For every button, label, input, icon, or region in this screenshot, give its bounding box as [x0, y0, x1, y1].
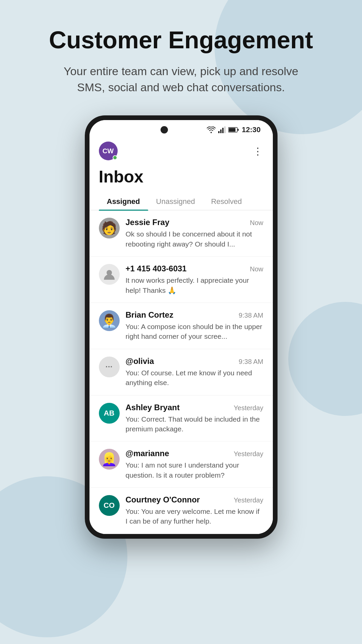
message-preview: You: Of course. Let me know if you need … [126, 368, 263, 388]
list-item[interactable]: CO Courtney O'Connor Yesterday You: You … [89, 488, 273, 534]
list-item[interactable]: 👱‍♀️ @marianne Yesterday You: I am not s… [89, 441, 273, 488]
battery-icon [228, 127, 239, 133]
conversation-top: Brian Cortez 9:38 AM [126, 310, 263, 320]
conversation-top: Courtney O'Connor Yesterday [126, 495, 263, 504]
message-time: Now [250, 219, 263, 227]
inbox-title: Inbox [89, 164, 273, 193]
list-item[interactable]: +1 415 403-6031 Now It now works perfect… [89, 257, 273, 303]
phone-mockup: 12:30 CW ⋮ Inbox Assigned Unassigned [85, 115, 278, 538]
avatar: CO [99, 495, 120, 516]
status-bar-center [161, 126, 168, 133]
contact-name: Brian Cortez [126, 310, 174, 320]
phone-screen: 12:30 CW ⋮ Inbox Assigned Unassigned [89, 120, 273, 534]
conversation-body: +1 415 403-6031 Now It now works perfect… [126, 264, 263, 295]
svg-rect-0 [218, 131, 220, 133]
status-bar: 12:30 [89, 120, 273, 137]
svg-rect-1 [220, 129, 222, 133]
message-time: 9:38 AM [239, 358, 263, 366]
conversation-list: 🧑 Jessie Fray Now Ok so should I be conc… [89, 210, 273, 534]
conversation-body: Ashley Bryant Yesterday You: Correct. Th… [126, 403, 263, 434]
status-time: 12:30 [242, 125, 260, 134]
app-header: CW ⋮ [89, 137, 273, 164]
camera-dot [161, 126, 168, 133]
conversation-body: Jessie Fray Now Ok so should I be concer… [126, 218, 263, 249]
wifi-icon [207, 126, 216, 133]
avatar: 👨‍💼 [99, 310, 120, 331]
phone-frame: 12:30 CW ⋮ Inbox Assigned Unassigned [85, 115, 278, 538]
user-avatar[interactable]: CW [99, 142, 118, 160]
avatar: 🧑 [99, 218, 120, 238]
conversation-body: Courtney O'Connor Yesterday You: You are… [126, 495, 263, 526]
conversation-top: Ashley Bryant Yesterday [126, 403, 263, 412]
message-time: Yesterday [234, 450, 263, 458]
message-preview: It now works perfectly. I appreciate you… [126, 275, 263, 295]
contact-name: +1 415 403-6031 [126, 264, 187, 273]
conversation-top: @olivia 9:38 AM [126, 357, 263, 366]
conversation-body: @olivia 9:38 AM You: Of course. Let me k… [126, 357, 263, 388]
avatar-initials: CO [104, 501, 115, 510]
list-item[interactable]: ··· @olivia 9:38 AM You: Of course. Let … [89, 349, 273, 395]
conversation-top: +1 415 403-6031 Now [126, 264, 263, 273]
list-item[interactable]: 👨‍💼 Brian Cortez 9:38 AM You: A compose … [89, 303, 273, 349]
avatar: 👱‍♀️ [99, 449, 120, 470]
message-preview: You: A compose icon should be in the upp… [126, 322, 263, 341]
svg-rect-3 [224, 126, 226, 133]
message-preview: Ok so should I be concerned about it not… [126, 229, 263, 249]
page-headline: Customer Engagement [49, 27, 313, 53]
list-item[interactable]: AB Ashley Bryant Yesterday You: Correct.… [89, 395, 273, 442]
status-bar-right: 12:30 [207, 125, 260, 134]
conversation-body: @marianne Yesterday You: I am not sure I… [126, 449, 263, 480]
page-subheadline: Your entire team can view, pick up and r… [60, 63, 302, 95]
conversation-top: Jessie Fray Now [126, 218, 263, 227]
avatar: AB [99, 403, 120, 424]
tab-unassigned[interactable]: Unassigned [148, 193, 203, 210]
avatar [99, 264, 120, 285]
svg-rect-2 [222, 128, 224, 133]
more-options-button[interactable]: ⋮ [253, 145, 263, 157]
online-status-dot [113, 155, 117, 160]
tab-bar: Assigned Unassigned Resolved [89, 193, 273, 210]
message-preview: You: You are very welcome. Let me know i… [126, 506, 263, 526]
contact-name: Courtney O'Connor [126, 495, 200, 504]
avatar: ··· [99, 357, 120, 377]
avatar-initials: AB [104, 409, 115, 418]
list-item[interactable]: 🧑 Jessie Fray Now Ok so should I be conc… [89, 210, 273, 257]
contact-name: @olivia [126, 357, 154, 366]
person-icon [103, 268, 115, 280]
tab-resolved[interactable]: Resolved [203, 193, 250, 210]
message-time: Yesterday [234, 404, 263, 412]
message-preview: You: I am not sure I understand your que… [126, 460, 263, 480]
message-time: Now [250, 265, 263, 273]
message-time: 9:38 AM [239, 312, 263, 319]
message-preview: You: Correct. That would be included in … [126, 414, 263, 434]
conversation-body: Brian Cortez 9:38 AM You: A compose icon… [126, 310, 263, 341]
conversation-top: @marianne Yesterday [126, 449, 263, 458]
message-time: Yesterday [234, 496, 263, 504]
tab-assigned[interactable]: Assigned [99, 193, 148, 210]
contact-name: Ashley Bryant [126, 403, 180, 412]
svg-rect-6 [238, 129, 239, 131]
contact-name: Jessie Fray [126, 218, 170, 227]
svg-rect-5 [229, 128, 236, 132]
signal-icon [218, 126, 226, 133]
contact-name: @marianne [126, 449, 169, 458]
